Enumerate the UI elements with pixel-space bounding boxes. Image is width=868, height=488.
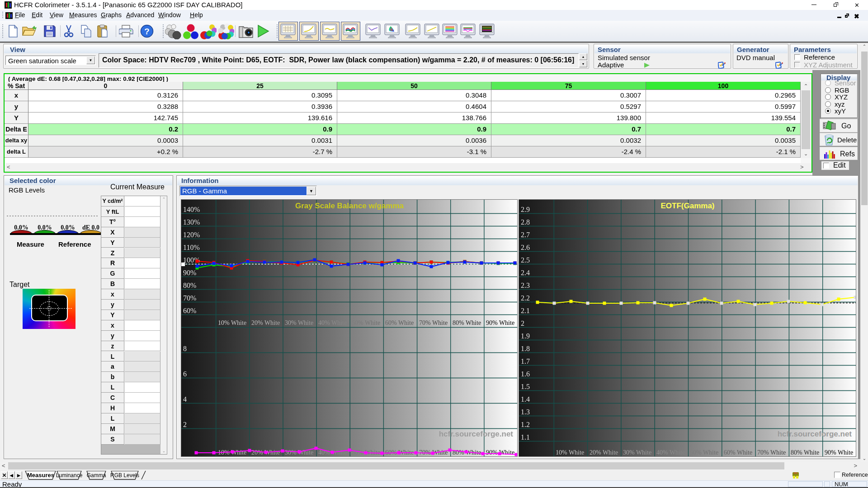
- svg-text:2.9: 2.9: [521, 206, 530, 213]
- svg-text:4: 4: [183, 395, 187, 403]
- svg-text:70% White: 70% White: [419, 319, 448, 326]
- svg-text:1.1: 1.1: [521, 433, 530, 441]
- svg-text:120%: 120%: [183, 231, 200, 239]
- svg-text:Luminance: Luminance: [56, 472, 83, 479]
- svg-text:20% White: 20% White: [251, 319, 280, 326]
- svg-text:1.8: 1.8: [521, 345, 530, 352]
- svg-text:60%: 60%: [183, 307, 196, 314]
- svg-text:2.6: 2.6: [521, 244, 530, 251]
- svg-text:40% White: 40% White: [656, 449, 685, 456]
- svg-text:1.2: 1.2: [521, 421, 530, 428]
- svg-text:hcfr.sourceforge.net: hcfr.sourceforge.net: [439, 430, 514, 438]
- svg-text:130%: 130%: [183, 218, 200, 226]
- svg-text:90% White: 90% White: [486, 319, 514, 326]
- svg-text:2.2: 2.2: [521, 294, 530, 302]
- svg-text:140%: 140%: [183, 206, 200, 213]
- svg-text:2.3: 2.3: [521, 282, 530, 289]
- svg-text:70% White: 70% White: [757, 449, 786, 456]
- svg-text:6: 6: [183, 370, 187, 378]
- svg-text:90%: 90%: [183, 269, 196, 277]
- svg-text:hcfr.sourceforge.net: hcfr.sourceforge.net: [778, 430, 852, 438]
- svg-text:Gamma: Gamma: [87, 472, 106, 479]
- svg-text:2: 2: [183, 421, 187, 428]
- svg-text:1.4: 1.4: [521, 395, 530, 403]
- svg-text:8: 8: [183, 345, 187, 352]
- svg-text:30% White: 30% White: [285, 319, 313, 326]
- svg-text:EOTF(Gamma): EOTF(Gamma): [660, 202, 714, 210]
- svg-text:90% White: 90% White: [825, 449, 853, 456]
- svg-text:1.9: 1.9: [521, 332, 530, 340]
- svg-text:60% White: 60% White: [385, 319, 414, 326]
- svg-text:Gray Scale Balance w/gamma: Gray Scale Balance w/gamma: [295, 202, 404, 210]
- svg-text:2.8: 2.8: [521, 218, 530, 226]
- svg-text:80%: 80%: [183, 282, 196, 289]
- svg-text:1.6: 1.6: [521, 370, 530, 378]
- svg-text:2.1: 2.1: [521, 307, 530, 314]
- svg-text:?: ?: [144, 27, 150, 36]
- svg-text:1.3: 1.3: [521, 408, 530, 416]
- svg-text:2.4: 2.4: [521, 269, 530, 277]
- svg-text:80% White: 80% White: [791, 449, 819, 456]
- svg-text:20% White: 20% White: [590, 449, 618, 456]
- svg-text:50% White: 50% White: [352, 319, 380, 326]
- svg-text:30% White: 30% White: [623, 449, 651, 456]
- svg-text:10% White: 10% White: [556, 449, 584, 456]
- svg-text:80% White: 80% White: [453, 319, 481, 326]
- svg-text:2.7: 2.7: [521, 231, 530, 239]
- svg-text:50% White: 50% White: [690, 449, 718, 456]
- svg-text:40% White: 40% White: [318, 319, 347, 326]
- svg-text:1.5: 1.5: [521, 383, 530, 390]
- svg-text:70%: 70%: [183, 294, 196, 302]
- svg-text:RGB Levels: RGB Levels: [110, 472, 139, 479]
- svg-text:1.7: 1.7: [521, 357, 530, 365]
- svg-text:110%: 110%: [183, 244, 200, 251]
- svg-text:60% White: 60% White: [724, 449, 752, 456]
- svg-text:Measures: Measures: [27, 472, 54, 479]
- svg-text:10% White: 10% White: [218, 319, 246, 326]
- svg-text:2.5: 2.5: [521, 256, 530, 264]
- svg-text:2: 2: [521, 319, 524, 327]
